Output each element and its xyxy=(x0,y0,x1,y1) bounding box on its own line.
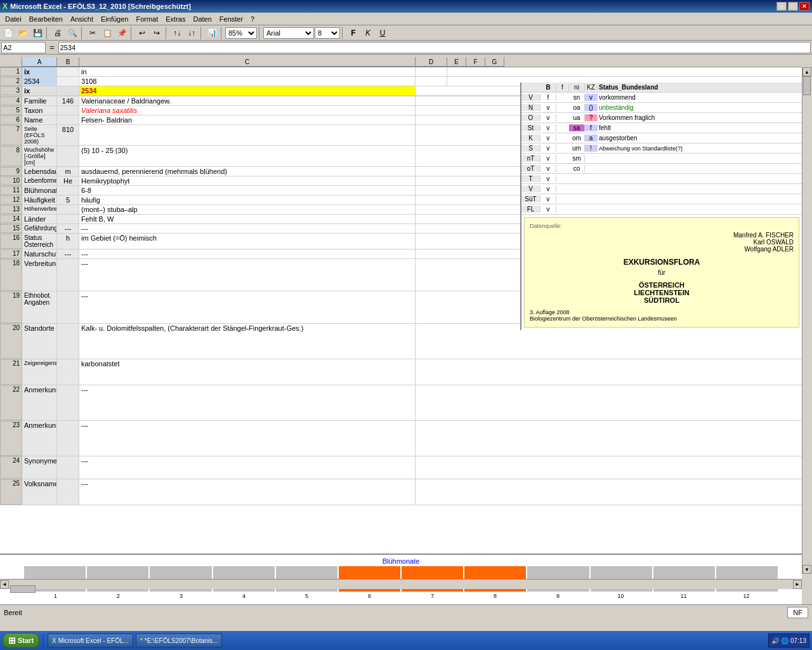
cell-9-C[interactable]: ausdauernd, perennierend (mehrmals blühe… xyxy=(79,167,416,176)
cell-11-C[interactable]: 6-8 xyxy=(79,186,416,195)
minimize-button[interactable]: – xyxy=(776,2,787,11)
cell-15-C[interactable]: --- xyxy=(79,224,416,233)
scroll-right-btn[interactable]: ► xyxy=(793,580,802,589)
menu-ansicht[interactable]: Ansicht xyxy=(67,14,97,24)
row-header-18[interactable]: 18 xyxy=(0,259,22,291)
cell-25-C[interactable]: --- xyxy=(79,479,416,505)
cell-9-A[interactable]: Lebensdauer xyxy=(22,167,57,176)
cell-11-A[interactable]: Blühmonate xyxy=(22,186,57,195)
row-header-20[interactable]: 20 xyxy=(0,324,22,359)
row-header-6[interactable]: 6 xyxy=(0,116,22,124)
cell-23-A[interactable]: Anmerkungen2 xyxy=(22,421,57,456)
font-select[interactable]: Arial xyxy=(263,27,314,39)
copy-button[interactable]: 📋 xyxy=(100,26,114,40)
cell-25-B[interactable] xyxy=(57,479,79,505)
cell-24-B[interactable] xyxy=(57,456,79,479)
cell-21-C[interactable]: karbonatstet xyxy=(79,359,416,385)
underline-button[interactable]: U xyxy=(376,26,390,40)
taskbar-item-excel[interactable]: X Microsoft Excel - EFÖL... xyxy=(48,633,133,647)
cell-15-A[interactable]: Gefährdungsstufe xyxy=(22,224,57,233)
cell-14-A[interactable]: Länder xyxy=(22,215,57,223)
cell-7-C[interactable] xyxy=(79,125,416,145)
cell-16-A[interactable]: Status Österreich xyxy=(22,234,57,249)
row-header-25[interactable]: 25 xyxy=(0,479,22,505)
menu-bearbeiten[interactable]: Bearbeiten xyxy=(25,14,67,24)
cell-1-D[interactable] xyxy=(416,67,447,76)
v-scrollbar[interactable]: ▲ ▼ xyxy=(802,67,812,574)
cell-13-B[interactable] xyxy=(57,205,79,214)
cell-21-A[interactable]: Zeigereigenschaften xyxy=(22,359,57,385)
cell-8-A[interactable]: Wuchshöhe [-Größe][cm] xyxy=(22,146,57,166)
row-header-7[interactable]: 7 xyxy=(0,125,22,145)
cell-3-A[interactable]: ix xyxy=(22,86,57,95)
col-header-a[interactable]: A xyxy=(22,57,57,67)
h-scrollbar[interactable]: ◄ ► xyxy=(0,579,802,589)
cell-22-B[interactable] xyxy=(57,385,79,420)
row-header-10[interactable]: 10 xyxy=(0,176,22,185)
cell-3-C[interactable]: 2534 xyxy=(79,86,416,95)
cell-15-B[interactable]: --- xyxy=(57,224,79,233)
cell-24-C[interactable]: --- xyxy=(79,456,416,479)
open-button[interactable]: 📂 xyxy=(16,26,30,40)
cell-19-C[interactable]: --- xyxy=(79,291,416,323)
cell-11-B[interactable] xyxy=(57,186,79,195)
menu-extras[interactable]: Extras xyxy=(162,14,189,24)
row-header-3[interactable]: 3 xyxy=(0,86,22,95)
save-button[interactable]: 💾 xyxy=(30,26,44,40)
menu-help[interactable]: ? xyxy=(247,14,258,24)
row-header-21[interactable]: 21 xyxy=(0,359,22,385)
cell-17-C[interactable]: --- xyxy=(79,249,416,258)
formula-input[interactable]: 2534 xyxy=(58,42,811,53)
scroll-down-btn[interactable]: ▼ xyxy=(802,565,811,574)
cell-20-A[interactable]: Standorte xyxy=(22,324,57,359)
cell-13-A[interactable]: Höhenverbreitung xyxy=(22,205,57,214)
cell-2-A[interactable]: 2534 xyxy=(22,77,57,86)
cell-16-C[interactable]: im Gebiet (=Ö) heimisch xyxy=(79,234,416,249)
row-header-14[interactable]: 14 xyxy=(0,215,22,223)
cell-4-B[interactable]: 146 xyxy=(57,96,79,105)
row-header-11[interactable]: 11 xyxy=(0,186,22,195)
new-button[interactable]: 📄 xyxy=(1,26,15,40)
row-header-2[interactable]: 2 xyxy=(0,77,22,86)
col-header-f[interactable]: F xyxy=(466,57,485,67)
row-header-15[interactable]: 15 xyxy=(0,224,22,233)
menu-fenster[interactable]: Fenster xyxy=(216,14,247,24)
cell-20-C[interactable]: Kalk- u. Dolomitfelsspalten, (Charaktera… xyxy=(79,324,416,359)
cell-13-C[interactable]: (mont–) stuba–alp xyxy=(79,205,416,214)
bold-button[interactable]: F xyxy=(346,26,360,40)
cell-5-A[interactable]: Taxon xyxy=(22,106,57,115)
col-header-d[interactable]: D xyxy=(416,57,447,67)
sort-desc-button[interactable]: ↓↑ xyxy=(185,26,199,40)
menu-daten[interactable]: Daten xyxy=(189,14,215,24)
chart-button[interactable]: 📊 xyxy=(205,26,219,40)
cell-21-B[interactable] xyxy=(57,359,79,385)
row-header-12[interactable]: 12 xyxy=(0,196,22,204)
row-header-5[interactable]: 5 xyxy=(0,106,22,115)
menu-einfügen[interactable]: Einfügen xyxy=(97,14,132,24)
redo-button[interactable]: ↪ xyxy=(150,26,164,40)
cell-23-C[interactable]: --- xyxy=(79,421,416,456)
print-button[interactable]: 🖨 xyxy=(51,26,65,40)
cell-22-A[interactable]: Anmerkungen1 xyxy=(22,385,57,420)
cell-4-C[interactable]: Valerianaceae / Baldriangew. xyxy=(79,96,416,105)
row-header-19[interactable]: 19 xyxy=(0,291,22,323)
h-scroll-thumb[interactable] xyxy=(10,585,36,593)
preview-button[interactable]: 🔍 xyxy=(65,26,79,40)
col-header-b[interactable]: B xyxy=(57,57,79,67)
cell-24-A[interactable]: Synonyme xyxy=(22,456,57,479)
cell-20-B[interactable] xyxy=(57,324,79,359)
cell-10-A[interactable]: Lebenformentyp xyxy=(22,176,57,185)
row-header-24[interactable]: 24 xyxy=(0,456,22,479)
cell-7-B[interactable]: 810 xyxy=(57,125,79,145)
close-button[interactable]: ✕ xyxy=(799,2,809,11)
row-header-1[interactable]: 1 xyxy=(0,67,22,76)
cell-2-C[interactable]: 3108 xyxy=(79,77,416,86)
cell-12-B[interactable]: 5 xyxy=(57,196,79,204)
scroll-thumb[interactable] xyxy=(803,76,811,95)
cell-6-A[interactable]: Name xyxy=(22,116,57,124)
undo-button[interactable]: ↩ xyxy=(135,26,149,40)
cell-6-B[interactable] xyxy=(57,116,79,124)
fontsize-select[interactable]: 8 10 12 xyxy=(315,27,340,39)
zoom-select[interactable]: 85% 100% xyxy=(225,27,257,39)
cell-5-C[interactable]: Valeriana saxatilis xyxy=(79,106,416,115)
